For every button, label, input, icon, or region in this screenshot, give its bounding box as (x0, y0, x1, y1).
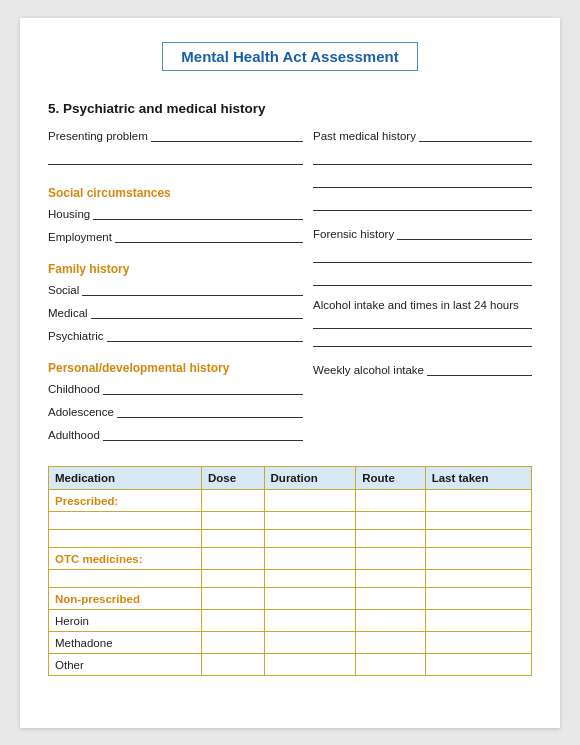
prescribed-route (356, 490, 425, 512)
right-column: Past medical history Forensic history Al… (313, 126, 532, 448)
left-column: Presenting problem Social circumstances … (48, 126, 303, 448)
past-medical-line2 (313, 149, 532, 165)
table-row: OTC medicines: (49, 548, 532, 570)
past-medical-line (419, 126, 532, 142)
col-medication: Medication (49, 467, 202, 490)
forensic-line3 (313, 270, 532, 286)
alcohol-intake-line2 (313, 331, 532, 347)
content-area: Presenting problem Social circumstances … (48, 126, 532, 448)
table-row: Non-prescribed (49, 588, 532, 610)
adulthood-line (103, 425, 303, 441)
childhood-label: Childhood (48, 383, 100, 395)
social-label: Social (48, 284, 79, 296)
page-title: Mental Health Act Assessment (181, 48, 398, 65)
prescribed-label: Prescribed: (55, 495, 118, 507)
alcohol-intake-line (313, 313, 532, 329)
table-row (49, 570, 532, 588)
presenting-problem-row: Presenting problem (48, 126, 303, 142)
medical-label: Medical (48, 307, 88, 319)
medication-table: Medication Dose Duration Route Last take… (48, 466, 532, 676)
presenting-problem-label: Presenting problem (48, 130, 148, 142)
alcohol-intake-label: Alcohol intake and times in last 24 hour… (313, 299, 519, 311)
heroin-label: Heroin (49, 610, 202, 632)
housing-line (93, 204, 303, 220)
forensic-line2 (313, 247, 532, 263)
family-history-heading: Family history (48, 262, 303, 276)
prescribed-dose (202, 490, 265, 512)
prescribed-last-taken (425, 490, 531, 512)
forensic-line (397, 224, 532, 240)
table-row (49, 530, 532, 548)
alcohol-intake-section: Alcohol intake and times in last 24 hour… (313, 299, 532, 347)
psychiatric-line (107, 326, 303, 342)
past-medical-row: Past medical history (313, 126, 532, 142)
past-medical-label: Past medical history (313, 130, 416, 142)
past-medical-line3 (313, 172, 532, 188)
weekly-alcohol-line (427, 360, 532, 376)
table-row: Prescribed: (49, 490, 532, 512)
social-line (82, 280, 303, 296)
employment-line (115, 227, 303, 243)
employment-label: Employment (48, 231, 112, 243)
section-heading: 5. Psychiatric and medical history (48, 101, 532, 116)
employment-row: Employment (48, 227, 303, 243)
forensic-history-row: Forensic history (313, 224, 532, 240)
col-last-taken: Last taken (425, 467, 531, 490)
adulthood-label: Adulthood (48, 429, 100, 441)
psychiatric-row: Psychiatric (48, 326, 303, 342)
childhood-line (103, 379, 303, 395)
medical-line (91, 303, 303, 319)
weekly-alcohol-label: Weekly alcohol intake (313, 364, 424, 376)
page: Mental Health Act Assessment 5. Psychiat… (20, 18, 560, 728)
non-prescribed-label: Non-prescribed (55, 593, 140, 605)
past-medical-line4 (313, 195, 532, 211)
housing-row: Housing (48, 204, 303, 220)
medical-row: Medical (48, 303, 303, 319)
social-row: Social (48, 280, 303, 296)
otc-label: OTC medicines: (55, 553, 143, 565)
housing-label: Housing (48, 208, 90, 220)
table-row (49, 512, 532, 530)
prescribed-duration (264, 490, 356, 512)
presenting-problem-line (151, 126, 303, 142)
psychiatric-label: Psychiatric (48, 330, 104, 342)
personal-history-heading: Personal/developmental history (48, 361, 303, 375)
adolescence-label: Adolescence (48, 406, 114, 418)
table-row: Heroin (49, 610, 532, 632)
col-dose: Dose (202, 467, 265, 490)
adolescence-row: Adolescence (48, 402, 303, 418)
table-row: Other (49, 654, 532, 676)
childhood-row: Childhood (48, 379, 303, 395)
table-header-row: Medication Dose Duration Route Last take… (49, 467, 532, 490)
adolescence-line (117, 402, 303, 418)
col-duration: Duration (264, 467, 356, 490)
weekly-alcohol-row: Weekly alcohol intake (313, 360, 532, 376)
presenting-problem-extra-line (48, 149, 303, 165)
methadone-label: Methadone (49, 632, 202, 654)
table-row: Methadone (49, 632, 532, 654)
social-circumstances-heading: Social circumstances (48, 186, 303, 200)
adulthood-row: Adulthood (48, 425, 303, 441)
col-route: Route (356, 467, 425, 490)
title-box: Mental Health Act Assessment (162, 42, 417, 71)
other-label: Other (49, 654, 202, 676)
forensic-history-label: Forensic history (313, 228, 394, 240)
